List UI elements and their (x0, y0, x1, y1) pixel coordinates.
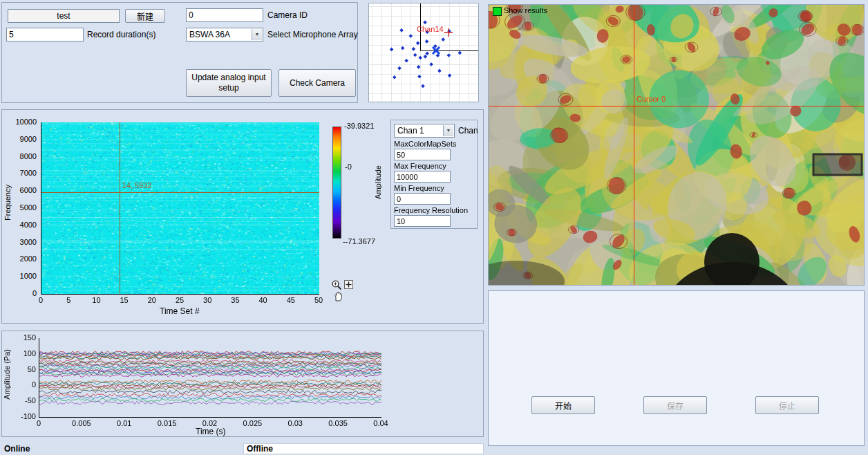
camera-view: Cursor 0 Show results (488, 4, 865, 286)
camera-id-input[interactable] (186, 8, 263, 22)
x-tick-label: 0.015 (153, 419, 181, 427)
y-tick-label: 0 (2, 289, 37, 297)
camera-canvas[interactable] (489, 5, 864, 285)
array-geometry-canvas[interactable] (369, 3, 478, 102)
maxcolormapsets-label: MaxColorMapSets (394, 140, 456, 148)
colorbar-zero-label: -0 (345, 162, 352, 171)
y-tick-label: 1000 (2, 272, 37, 280)
waveform-plot[interactable] (39, 338, 381, 418)
record-duration-input[interactable] (6, 28, 84, 41)
chevron-down-icon: ▼ (443, 125, 453, 136)
x-tick-label: 0.005 (68, 419, 95, 427)
analysis-controls-panel: Chan 1 ▼ Chan MaxColorMapSets Max Freque… (390, 120, 478, 229)
x-tick-label: 50 (308, 296, 330, 304)
x-tick-label: 10 (85, 296, 107, 304)
x-tick-label: 0.035 (324, 419, 352, 427)
chevron-down-icon: ▼ (252, 29, 262, 40)
max-frequency-input[interactable] (394, 171, 451, 183)
acquisition-settings-panel: 新建 Record duration(s) Camera ID BSWA 36A… (1, 2, 358, 103)
y-tick-label: 9000 (2, 135, 37, 143)
spectrogram-panel: Frequency 100009000800070006000500040003… (1, 109, 484, 324)
x-tick-label: 0.03 (281, 419, 309, 427)
channel-select[interactable]: Chan 1 ▼ (394, 124, 455, 138)
waveform-canvas[interactable] (39, 338, 381, 417)
actions-panel: 开始 保存 停止 (488, 290, 865, 446)
online-status-label: Online (4, 444, 30, 454)
colorbar (332, 127, 341, 239)
check-camera-button[interactable]: Check Camera (279, 69, 356, 97)
spectrogram-xlabel: Time Set # (160, 306, 200, 316)
x-tick-label: 0 (25, 419, 53, 427)
frequency-resolution-label: Frequency Resolution (394, 206, 468, 214)
x-tick-label: 25 (169, 296, 191, 304)
camera-id-label: Camera ID (267, 10, 308, 20)
offline-status-field: Offline (243, 443, 484, 454)
maxcolormapsets-input[interactable] (394, 149, 451, 160)
spectrogram-plot[interactable]: 14, 5932 (41, 122, 319, 295)
array-geometry-plot: Chan14 (368, 3, 479, 102)
max-frequency-label: Max Frequency (394, 162, 446, 170)
waveform-ylabel: Amplitude (Pa) (3, 349, 11, 400)
save-button[interactable]: 保存 (643, 396, 707, 414)
camera-cursor-hline[interactable] (489, 106, 864, 106)
app-window: 新建 Record duration(s) Camera ID BSWA 36A… (0, 0, 868, 455)
x-tick-label: 0.025 (238, 419, 266, 427)
min-frequency-input[interactable] (394, 193, 451, 205)
spectrogram-cursor-vline[interactable] (120, 122, 120, 294)
colorbar-min-label: --71.3677 (343, 237, 375, 245)
show-results-checkbox[interactable] (493, 7, 502, 16)
colorbar-amplitude-label: Amplitude (374, 165, 382, 199)
y-tick-label: 4000 (2, 221, 37, 229)
y-tick-label: 7000 (2, 169, 37, 177)
x-tick-label: 0.04 (367, 419, 395, 427)
y-tick-label: 2000 (2, 254, 37, 263)
y-tick-label: 10000 (2, 118, 37, 126)
x-tick-label: 0 (30, 296, 52, 304)
min-frequency-label: Min Frequency (394, 184, 444, 192)
x-tick-label: 30 (196, 296, 218, 304)
stop-button[interactable]: 停止 (755, 396, 819, 414)
mic-array-select[interactable]: BSWA 36A ▼ (186, 28, 263, 41)
x-tick-label: 45 (280, 296, 302, 304)
mic-array-label: Select Microphone Array (267, 30, 358, 39)
colorbar-max-label: -39.9321 (344, 122, 374, 130)
waveform-panel: Amplitude (Pa) 150100500-50-100 00.0050.… (1, 331, 484, 437)
frequency-resolution-input[interactable] (394, 215, 451, 227)
new-button[interactable]: 新建 (125, 9, 165, 23)
y-tick-label: 8000 (2, 152, 37, 160)
zoom-tool-icon[interactable] (331, 279, 343, 291)
x-tick-label: 40 (252, 296, 274, 304)
spectrogram-ylabel: Frequency (3, 185, 12, 221)
update-analog-input-button[interactable]: Update analog input setup (186, 69, 272, 97)
offline-status-text: Offline (247, 444, 273, 454)
start-button[interactable]: 开始 (531, 396, 595, 414)
waveform-xlabel: Time (s) (196, 427, 226, 436)
spectrogram-cursor-hline[interactable] (41, 192, 319, 193)
cursor-tool-icon[interactable] (344, 280, 353, 289)
camera-cursor-vline[interactable] (634, 5, 634, 285)
channel-label: Chan (458, 126, 478, 136)
pan-tool-icon[interactable] (333, 291, 344, 301)
channel-select-value: Chan 1 (397, 126, 424, 136)
project-name-input[interactable] (8, 9, 120, 23)
x-tick-label: 20 (141, 296, 163, 304)
x-tick-label: 15 (113, 296, 135, 304)
y-tick-label: -100 (2, 412, 36, 420)
record-duration-label: Record duration(s) (87, 30, 155, 39)
y-tick-label: 3000 (2, 238, 37, 246)
mic-array-value: BSWA 36A (189, 30, 230, 39)
x-tick-label: 0.01 (111, 419, 138, 427)
x-tick-label: 35 (224, 296, 246, 304)
x-tick-label: 5 (57, 296, 79, 304)
spectrogram-canvas[interactable] (41, 122, 319, 294)
y-tick-label: 150 (2, 333, 36, 342)
